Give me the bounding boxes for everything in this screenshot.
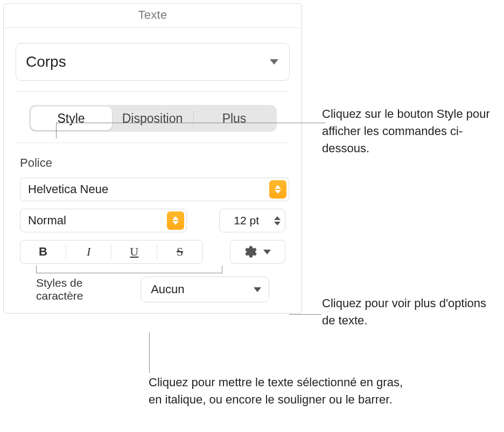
callout-style-tab: Cliquez sur le bouton Style pour affiche… xyxy=(322,105,500,157)
italic-button[interactable]: I xyxy=(66,240,111,263)
chevron-down-icon xyxy=(270,59,278,65)
paragraph-style-select[interactable]: Corps xyxy=(16,43,290,81)
stepper-down-icon xyxy=(274,222,281,225)
text-format-buttons: B I U S xyxy=(20,240,203,264)
callout-gear: Cliquez pour voir plus d'options de text… xyxy=(322,295,500,329)
font-size-stepper[interactable] xyxy=(270,216,285,225)
font-section-label: Police xyxy=(20,156,290,170)
callout-format-buttons: Cliquez pour mettre le texte sélectionné… xyxy=(149,374,407,408)
font-family-value: Helvetica Neue xyxy=(28,182,108,196)
divider xyxy=(16,143,290,143)
advanced-options-button[interactable] xyxy=(230,240,285,264)
gear-icon xyxy=(244,245,258,259)
font-size-value: 12 pt xyxy=(220,214,270,227)
panel-title: Texte xyxy=(4,4,302,28)
popup-arrows-icon xyxy=(167,211,184,230)
chevron-down-icon xyxy=(263,250,271,254)
font-block: Helvetica Neue Normal 12 pt B I xyxy=(20,178,285,302)
underline-button[interactable]: U xyxy=(111,240,157,263)
font-weight-value: Normal xyxy=(28,214,66,228)
stepper-up-icon xyxy=(274,216,281,220)
text-inspector-panel: Texte Corps Style Disposition Plus Polic… xyxy=(3,3,302,314)
paragraph-style-value: Corps xyxy=(26,53,66,70)
bold-button[interactable]: B xyxy=(20,240,66,263)
callout-bracket xyxy=(36,266,222,273)
character-style-select[interactable]: Aucun xyxy=(141,277,269,302)
divider xyxy=(16,91,290,92)
character-styles-label: Styles de caractère xyxy=(36,277,131,302)
character-style-value: Aucun xyxy=(151,282,184,296)
font-weight-select[interactable]: Normal xyxy=(20,209,187,232)
callout-leader xyxy=(149,332,150,373)
callout-leader xyxy=(289,314,321,315)
popup-arrows-icon xyxy=(269,180,286,199)
font-family-select[interactable]: Helvetica Neue xyxy=(20,178,289,201)
callout-leader xyxy=(56,123,325,138)
chevron-down-icon xyxy=(254,287,261,292)
strikethrough-button[interactable]: S xyxy=(157,240,202,263)
font-size-field[interactable]: 12 pt xyxy=(219,209,285,232)
